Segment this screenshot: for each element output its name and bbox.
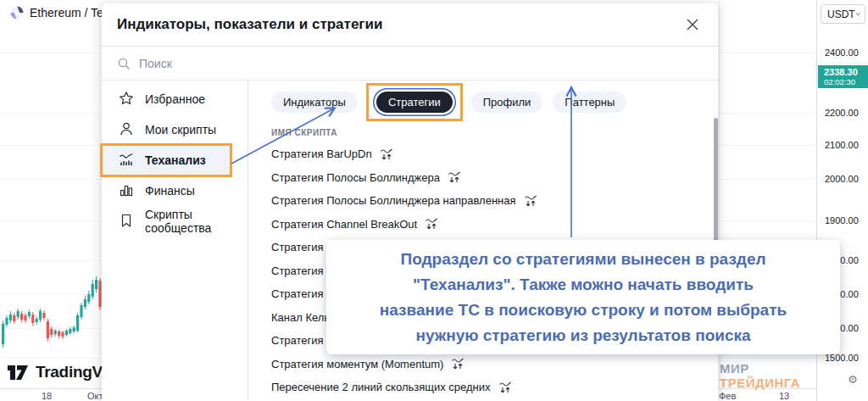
screen: Ethereum / Tet TradingView 18ОктФев13 (0, 0, 868, 401)
script-list-header: ИМЯ СКРИПТА (271, 128, 718, 137)
sidebar-item-label: Теханализ (145, 153, 206, 167)
my-scripts-icon (119, 121, 134, 139)
annotation-callout: Подраздел со стратегиями вынесен в разде… (326, 240, 840, 354)
tab-profiles[interactable]: Профили (471, 92, 543, 113)
strategy-icon (380, 148, 393, 161)
strategy-name: Стратегия Полосы Боллинджера (271, 171, 440, 184)
strategy-name: Стратегия Полосы Боллинджера направленна… (271, 194, 516, 207)
strategy-row[interactable]: Пересечение 2 линий скользящих средних (271, 376, 718, 399)
search-input[interactable] (139, 57, 703, 70)
currency-selector[interactable]: USDT (821, 4, 865, 24)
annotation-line: название ТС в поисковую строку и потом в… (380, 298, 787, 323)
technicals-icon (119, 152, 134, 170)
tab-strategies[interactable]: Стратегии (376, 92, 453, 113)
sidebar-item-favorites[interactable]: Избранное (102, 84, 248, 114)
strategy-row[interactable]: Стратегия Полосы Боллинджера (271, 166, 718, 190)
sidebar-item-label: Избранное (145, 92, 205, 106)
annotation-line: нужную стратегию из результатов поиска (415, 323, 750, 348)
sidebar-item-financials[interactable]: Финансы (102, 175, 248, 206)
price-tick-label: 1900.00 (825, 215, 859, 226)
price-tick-label: 2100.00 (825, 140, 859, 150)
dialog-title: Индикаторы, показатели и стратегии (117, 16, 382, 33)
strategies-highlight-box: Стратегии (368, 85, 461, 120)
close-icon[interactable] (683, 15, 702, 34)
last-price-badge: 2338.30 02:02:30 (818, 65, 868, 88)
ethereum-icon (10, 6, 24, 19)
strategy-row[interactable]: Стратегия Channel BreakOut (271, 213, 718, 237)
price-tick-label: 2400.00 (825, 47, 859, 58)
time-tick-label: 18 (42, 391, 52, 401)
price-scale-settings-icon[interactable]: ⚙ (848, 373, 858, 386)
sidebar-item-label: Финансы (145, 184, 195, 198)
scrollbar[interactable] (714, 118, 718, 242)
strategy-name: Стратегия BarUpDn (271, 148, 372, 160)
search-icon (117, 57, 131, 70)
strategy-row[interactable]: Стратегия Полосы Боллинджера направленна… (271, 189, 718, 213)
category-tabs: ИндикаторыСтратегииПрофилиПаттерны (271, 82, 718, 121)
favorites-icon (119, 91, 134, 109)
currency-label: USDT (827, 8, 855, 20)
strategy-row[interactable]: Стратегия моментум (Momentum) (271, 353, 718, 376)
strategy-icon (448, 170, 461, 184)
strategy-row[interactable]: Стратегия BarUpDn (271, 142, 718, 166)
tradingview-icon (7, 364, 29, 382)
symbol-ticker[interactable]: Ethereum / Tet (10, 6, 107, 19)
watermark-line1: МИР (720, 362, 800, 376)
strategy-icon (451, 357, 465, 370)
tab-patterns[interactable]: Паттерны (553, 92, 626, 113)
symbol-name: Ethereum / Tet (30, 6, 107, 19)
watermark-text: МИР ТРЕЙДИНГА (720, 362, 800, 390)
price-tick-label: 2200.00 (825, 108, 859, 118)
price-tick-label: 2000.00 (825, 174, 859, 184)
search-bar (102, 47, 718, 81)
strategy-name: Стратегия Channel BreakOut (271, 218, 417, 231)
strategy-icon (498, 381, 512, 394)
strategy-icon (425, 217, 438, 231)
strategy-name: Стратегия моментум (Momentum) (271, 358, 443, 370)
annotation-line: "Теханализ". Также можно начать вводить (413, 272, 754, 298)
sidebar-item-my-scripts[interactable]: Мои скрипты (102, 114, 248, 145)
financials-icon (119, 182, 134, 200)
dialog-header: Индикаторы, показатели и стратегии (102, 3, 718, 47)
dialog-sidebar: ИзбранноеМои скриптыТеханализФинансыСкри… (102, 81, 248, 400)
sidebar-item-community-scripts[interactable]: Скрипты сообщества (102, 206, 248, 237)
sidebar-item-technicals[interactable]: Теханализ (102, 145, 231, 175)
community-scripts-icon (119, 213, 134, 231)
annotation-line: Подраздел со стратегиями вынесен в разде… (400, 247, 765, 272)
watermark-line2: ТРЕЙДИНГА (720, 376, 800, 390)
sidebar-item-label: Мои скрипты (145, 123, 216, 136)
bar-countdown: 02:02:30 (824, 77, 868, 87)
tab-indicators[interactable]: Индикаторы (271, 92, 358, 113)
strategy-icon (524, 194, 537, 208)
chevron-down-icon (855, 12, 860, 16)
last-price: 2338.30 (824, 67, 868, 77)
strategy-name: Пересечение 2 линий скользящих средних (271, 381, 491, 393)
time-tick-label: Окт (87, 391, 103, 401)
sidebar-item-label: Скрипты сообщества (145, 208, 248, 235)
